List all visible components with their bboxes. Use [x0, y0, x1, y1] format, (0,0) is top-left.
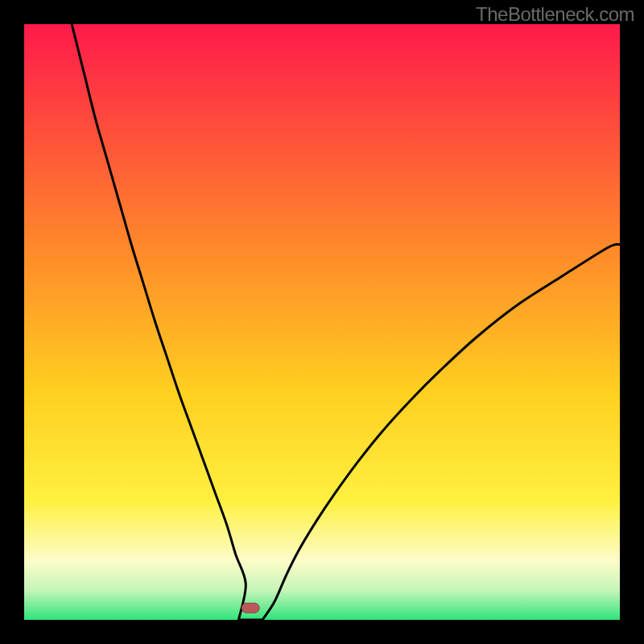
- watermark-text: TheBottleneck.com: [476, 3, 634, 26]
- chart-frame: TheBottleneck.com: [0, 0, 644, 644]
- plot-area: [24, 24, 620, 620]
- plot-svg: [24, 24, 620, 620]
- optimal-marker: [242, 603, 259, 613]
- gradient-background: [24, 24, 620, 620]
